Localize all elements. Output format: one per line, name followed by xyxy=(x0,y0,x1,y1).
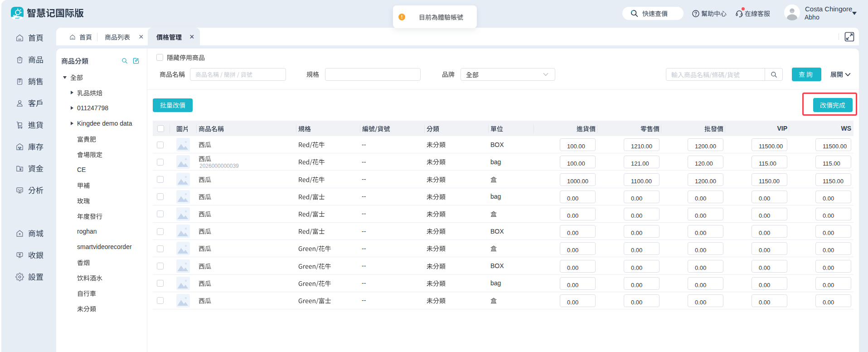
svg-text:intl: intl xyxy=(15,17,19,20)
